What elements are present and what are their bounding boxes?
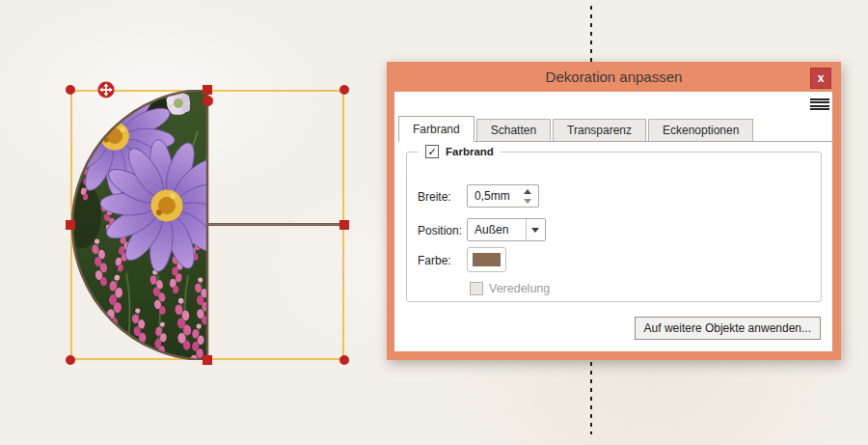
object-edge-line bbox=[207, 223, 344, 226]
tab-eckenoptionen[interactable]: Eckenoptionen bbox=[648, 119, 753, 141]
resize-handle-n[interactable] bbox=[203, 85, 212, 95]
resize-handle-w[interactable] bbox=[66, 220, 75, 230]
veredelung-checkbox bbox=[470, 282, 483, 295]
breite-spinner[interactable]: 0,5mm bbox=[467, 184, 539, 208]
farbe-label: Farbe: bbox=[418, 254, 451, 267]
veredelung-label: Veredelung bbox=[489, 282, 550, 295]
rotate-handle[interactable] bbox=[203, 96, 213, 106]
resize-handle-se[interactable] bbox=[339, 355, 349, 365]
dialog-title: Dekoration anpassen bbox=[387, 62, 841, 92]
tab-transparenz[interactable]: Transparenz bbox=[553, 119, 646, 141]
dekoration-anpassen-dialog: Dekoration anpassen x Farbrand Schatten … bbox=[387, 62, 841, 360]
farbe-swatch-color bbox=[473, 253, 501, 266]
tab-farbrand[interactable]: Farbrand bbox=[398, 116, 475, 142]
move-icon[interactable] bbox=[97, 81, 115, 98]
position-dropdown[interactable]: Außen bbox=[467, 218, 546, 241]
resize-handle-s[interactable] bbox=[203, 355, 212, 365]
farbrand-groupbox: ✓ Farbrand Breite: 0,5mm Position: Außen bbox=[406, 152, 822, 302]
close-icon[interactable]: x bbox=[810, 68, 831, 89]
farbrand-legend: ✓ Farbrand bbox=[419, 145, 501, 158]
farbrand-checkbox[interactable]: ✓ bbox=[425, 145, 439, 158]
resize-handle-sw[interactable] bbox=[66, 355, 75, 365]
position-label: Position: bbox=[418, 224, 462, 237]
hamburger-menu-icon[interactable] bbox=[810, 98, 829, 110]
dialog-content: Farbrand Schatten Transparenz Eckenoptio… bbox=[394, 92, 832, 351]
tab-schatten[interactable]: Schatten bbox=[476, 119, 551, 141]
design-canvas: Dekoration anpassen x Farbrand Schatten … bbox=[0, 0, 868, 445]
farbrand-legend-label: Farbrand bbox=[446, 146, 494, 157]
position-value: Außen bbox=[475, 223, 508, 236]
breite-label: Breite: bbox=[418, 190, 451, 204]
tabstrip: Farbrand Schatten Transparenz Eckenoptio… bbox=[398, 117, 832, 142]
breite-value[interactable]: 0,5mm bbox=[475, 189, 510, 203]
spin-down-icon[interactable] bbox=[524, 199, 531, 204]
resize-handle-e[interactable] bbox=[339, 220, 349, 230]
farbe-swatch-button[interactable] bbox=[467, 247, 506, 272]
veredelung-row: Veredelung bbox=[470, 282, 550, 295]
apply-to-other-objects-button[interactable]: Auf weitere Objekte anwenden... bbox=[635, 317, 821, 340]
resize-handle-nw[interactable] bbox=[66, 85, 75, 95]
resize-handle-ne[interactable] bbox=[339, 85, 349, 95]
chevron-down-icon[interactable] bbox=[526, 219, 545, 240]
spin-up-icon[interactable] bbox=[524, 189, 531, 194]
